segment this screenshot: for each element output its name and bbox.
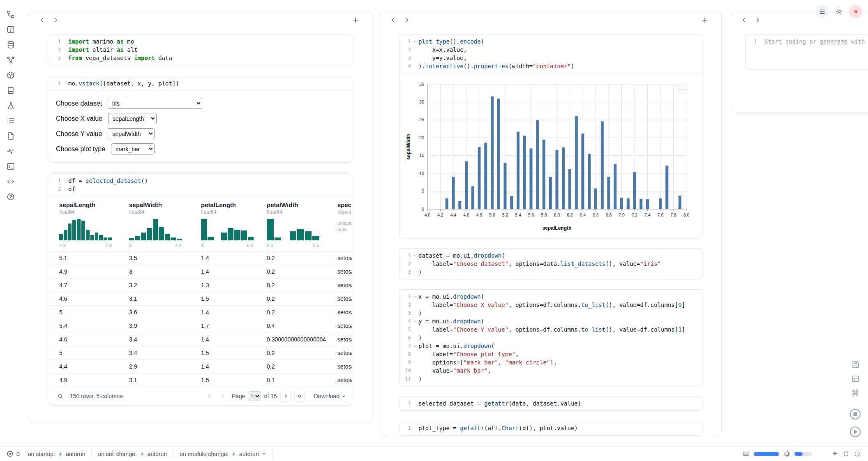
documentation-icon[interactable] xyxy=(5,86,17,95)
last-page-icon[interactable] xyxy=(294,391,305,401)
table-row[interactable]: 53.61.40.2setosa xyxy=(49,306,352,319)
code-editor[interactable]: 1df = selected_dataset()2df xyxy=(49,174,352,196)
cell-empty[interactable]: 1 Start coding or generate with AI. xyxy=(745,34,868,69)
column-back-icon[interactable] xyxy=(37,14,48,26)
chart-bar[interactable] xyxy=(517,132,519,210)
marimo-functions-icon[interactable]: f xyxy=(5,25,17,34)
fold-icon[interactable] xyxy=(413,40,417,44)
code-editor[interactable]: 1plot_type = getattr(alt.Chart(df), plot… xyxy=(399,421,702,435)
layout-panel-icon[interactable] xyxy=(851,374,860,383)
dropdown-choose-plot-type[interactable]: mark_bar xyxy=(111,143,155,154)
chart-bar[interactable] xyxy=(465,161,468,209)
table-column-header[interactable]: petalWidthfloat640.12.5 xyxy=(257,201,328,248)
run-all-icon[interactable] xyxy=(849,426,861,438)
column-histogram[interactable] xyxy=(59,219,112,240)
table-column-header[interactable]: sepalLengthfloat644.37.9 xyxy=(49,201,119,248)
cell-imports[interactable]: 1import marimo as mo2import altair as al… xyxy=(49,34,352,65)
help-icon[interactable] xyxy=(5,192,17,201)
chart-bar[interactable] xyxy=(601,121,604,209)
prev-page-icon[interactable] xyxy=(218,391,229,401)
tracing-icon[interactable] xyxy=(5,147,17,156)
chart-bar[interactable] xyxy=(607,177,610,209)
code-line[interactable]: 3) xyxy=(399,309,698,317)
cell-selected-dataset[interactable]: 1selected_dataset = getattr(data, datase… xyxy=(399,396,702,411)
cell-dataset-dropdown[interactable]: 1dataset = mo.ui.dropdown(2 label="Choos… xyxy=(399,248,702,279)
fold-icon[interactable] xyxy=(413,344,417,348)
errors-indicator[interactable]: 0 xyxy=(5,449,26,459)
table-row[interactable]: 4.42.91.40.2setosa xyxy=(49,360,352,373)
column-histogram[interactable] xyxy=(267,219,319,240)
cell-controls[interactable]: 1mo.vstack([dataset, x, y, plot]) Choose… xyxy=(49,76,352,163)
code-line[interactable]: 3from vega_datasets import data xyxy=(49,54,348,62)
table-column-header[interactable]: sepalWidthfloat6424.4 xyxy=(119,201,191,248)
chart-bar[interactable] xyxy=(549,177,552,209)
table-row[interactable]: 4.63.41.40.30000000000000004setosa xyxy=(49,333,352,346)
code-line[interactable]: 3) xyxy=(399,268,698,276)
chart-bar[interactable] xyxy=(665,166,668,209)
code-editor[interactable]: 1 Start coding or generate with AI. xyxy=(746,35,868,48)
chart-bar[interactable] xyxy=(646,199,649,209)
shutdown-icon[interactable] xyxy=(854,450,861,457)
documents-icon[interactable] xyxy=(5,131,17,141)
table-row[interactable]: 4.73.21.30.2setosa xyxy=(49,279,352,292)
chart-bar[interactable] xyxy=(614,164,616,209)
dropdown-choose-dataset[interactable]: iris xyxy=(108,98,202,109)
dependency-graph-icon[interactable] xyxy=(5,55,17,65)
chart-bar[interactable] xyxy=(484,143,487,209)
altair-bar-chart[interactable]: 4.04.24.44.64.85.05.25.45.65.86.06.26.46… xyxy=(405,78,693,232)
page-select[interactable]: 1 xyxy=(249,391,261,401)
runtime-on-cell-change[interactable]: on cell change:autorun xyxy=(92,449,173,459)
column-histogram[interactable] xyxy=(201,219,254,240)
code-line[interactable]: 10 value="mark_bar", xyxy=(399,366,698,375)
column-forward-icon[interactable] xyxy=(752,14,763,26)
table-row[interactable]: 4.93.11.50.1setosa xyxy=(49,373,352,387)
chart-bar[interactable] xyxy=(575,116,578,209)
dropdown-choose-x-value[interactable]: sepalLength xyxy=(108,113,157,124)
chart-bar[interactable] xyxy=(471,186,474,209)
code-line[interactable]: 1df = selected_dataset() xyxy=(49,177,348,185)
chart-bar[interactable] xyxy=(478,147,481,209)
column-back-icon[interactable] xyxy=(739,14,750,26)
code-editor[interactable]: 1x = mo.ui.dropdown(2 label="Choose X va… xyxy=(399,290,702,386)
dropdown-choose-y-value[interactable]: sepalWidth xyxy=(108,128,155,139)
column-histogram[interactable] xyxy=(129,219,182,240)
table-row[interactable]: 4.63.11.50.2setosa xyxy=(49,292,352,306)
fold-icon[interactable] xyxy=(413,295,417,299)
chart-bar[interactable] xyxy=(536,120,539,209)
outline-icon[interactable] xyxy=(5,116,17,125)
download-button[interactable]: Download xyxy=(314,393,346,399)
menu-icon[interactable] xyxy=(815,5,829,18)
table-row[interactable]: 53.41.50.2setosa xyxy=(49,346,352,360)
chart-bar[interactable] xyxy=(504,163,507,209)
sync-icon[interactable] xyxy=(843,450,850,457)
table-row[interactable]: 4.931.40.2setosa xyxy=(49,265,352,279)
snippets-icon[interactable] xyxy=(5,177,17,186)
chart-bar[interactable] xyxy=(556,150,559,209)
code-line[interactable]: 2 label="Choose X value", options=df.col… xyxy=(399,301,698,309)
chart-bar[interactable] xyxy=(458,201,461,209)
code-line[interactable]: 5 label="Choose Y value", options=df.col… xyxy=(399,325,698,334)
cell-plot-type[interactable]: 1plot_type = getattr(alt.Chart(df), plot… xyxy=(399,421,702,436)
runtime-on-module-change[interactable]: on module change:autorun xyxy=(173,449,273,459)
close-icon[interactable] xyxy=(849,5,862,18)
code-editor[interactable]: 1plot_type().encode(2 x=x.value,3 y=y.va… xyxy=(399,35,702,73)
code-editor[interactable]: 1dataset = mo.ui.dropdown(2 label="Choos… xyxy=(399,249,702,279)
chart-bar[interactable] xyxy=(452,177,455,209)
next-page-icon[interactable] xyxy=(280,391,291,401)
chart-bar[interactable] xyxy=(562,148,565,209)
save-icon[interactable] xyxy=(851,360,860,369)
scratchpad-icon[interactable] xyxy=(5,162,17,171)
chart-bar[interactable] xyxy=(620,198,623,209)
files-icon[interactable] xyxy=(5,10,17,19)
table-search-icon[interactable] xyxy=(55,391,66,401)
chart-bar[interactable] xyxy=(594,189,597,209)
first-page-icon[interactable] xyxy=(204,391,215,401)
code-editor[interactable]: 1import marimo as mo2import altair as al… xyxy=(49,35,352,65)
code-line[interactable]: 11) xyxy=(399,375,698,383)
packages-icon[interactable] xyxy=(5,71,17,80)
cell-xy-plot-dropdowns[interactable]: 1x = mo.ui.dropdown(2 label="Choose X va… xyxy=(399,289,702,386)
chart-bar[interactable] xyxy=(627,198,630,209)
code-line[interactable]: 9 options=["mark_bar", "mark_circle"], xyxy=(399,358,698,366)
experiments-icon[interactable] xyxy=(5,101,17,110)
code-line[interactable]: 1import marimo as mo xyxy=(49,37,348,46)
